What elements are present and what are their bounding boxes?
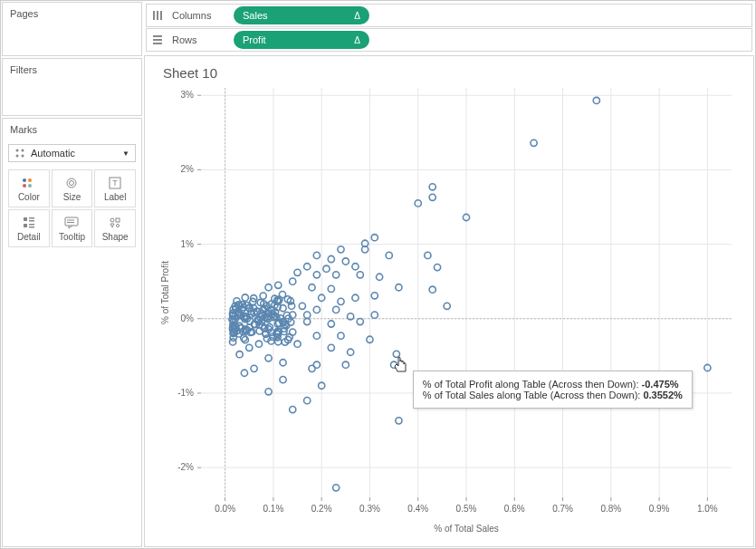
delta-icon: Δ xyxy=(354,11,360,21)
data-point[interactable] xyxy=(348,349,354,355)
data-point[interactable] xyxy=(333,306,340,313)
data-point[interactable] xyxy=(434,264,440,270)
data-point[interactable] xyxy=(280,360,286,366)
scatter-chart[interactable]: 0.0%0.1%0.2%0.3%0.4%0.5%0.6%0.7%0.8%0.9%… xyxy=(156,84,742,543)
data-point[interactable] xyxy=(313,272,320,278)
data-point[interactable] xyxy=(338,246,344,253)
data-point[interactable] xyxy=(333,485,340,491)
data-point[interactable] xyxy=(290,278,296,284)
data-point[interactable] xyxy=(290,329,296,335)
svg-point-0 xyxy=(16,149,19,152)
data-point[interactable] xyxy=(304,318,311,324)
data-point[interactable] xyxy=(371,235,378,241)
data-point[interactable] xyxy=(313,306,320,313)
svg-text:0.5%: 0.5% xyxy=(456,504,477,514)
data-point[interactable] xyxy=(280,377,286,383)
svg-rect-20 xyxy=(157,11,158,20)
marks-color-button[interactable]: Color xyxy=(8,169,50,207)
data-point[interactable] xyxy=(265,389,272,395)
data-point[interactable] xyxy=(444,303,450,309)
data-point[interactable] xyxy=(396,418,402,424)
detail-icon xyxy=(23,216,35,230)
data-point[interactable] xyxy=(357,318,363,324)
data-point[interactable] xyxy=(371,312,378,318)
columns-pill-sales[interactable]: Sales Δ xyxy=(234,6,369,24)
rows-label: Rows xyxy=(172,34,226,45)
data-point[interactable] xyxy=(255,341,262,347)
data-point[interactable] xyxy=(294,269,301,275)
data-point[interactable] xyxy=(357,272,363,278)
data-point[interactable] xyxy=(313,332,320,339)
data-point[interactable] xyxy=(429,184,435,190)
data-point[interactable] xyxy=(290,406,296,412)
data-point[interactable] xyxy=(429,194,435,200)
data-point[interactable] xyxy=(242,294,248,301)
svg-rect-18 xyxy=(116,218,120,222)
data-point[interactable] xyxy=(342,361,349,368)
data-point[interactable] xyxy=(531,140,537,146)
data-point[interactable] xyxy=(265,284,272,291)
data-point[interactable] xyxy=(328,255,334,262)
data-point[interactable] xyxy=(328,285,334,292)
data-point-hover[interactable] xyxy=(393,351,399,357)
filters-shelf[interactable]: Filters xyxy=(2,58,142,116)
data-point[interactable] xyxy=(304,264,311,270)
data-point[interactable] xyxy=(309,284,315,291)
data-point[interactable] xyxy=(304,312,311,318)
marks-detail-button[interactable]: Detail xyxy=(8,209,50,247)
svg-rect-14 xyxy=(65,217,78,226)
mark-type-dropdown[interactable]: Automatic ▼ xyxy=(8,144,136,162)
data-point[interactable] xyxy=(260,293,266,299)
data-point[interactable] xyxy=(429,286,435,293)
rows-icon xyxy=(152,34,165,45)
data-point[interactable] xyxy=(251,365,257,371)
data-point[interactable] xyxy=(396,284,402,291)
svg-text:T: T xyxy=(112,178,118,188)
data-point[interactable] xyxy=(230,339,236,345)
data-point[interactable] xyxy=(352,264,359,270)
tooltip-icon xyxy=(64,216,79,230)
filters-label: Filters xyxy=(3,59,141,81)
data-point[interactable] xyxy=(265,355,272,361)
data-point[interactable] xyxy=(386,252,392,258)
marks-label-button[interactable]: TLabel xyxy=(94,169,136,207)
data-point[interactable] xyxy=(338,332,344,339)
data-point[interactable] xyxy=(328,344,334,351)
sheet-title[interactable]: Sheet 10 xyxy=(163,65,742,81)
marks-cell-label: Size xyxy=(63,192,81,202)
data-point[interactable] xyxy=(304,398,311,404)
data-point[interactable] xyxy=(313,252,320,258)
data-point[interactable] xyxy=(275,282,282,288)
rows-shelf[interactable]: Rows Profit Δ xyxy=(146,28,752,52)
rows-pill-profit[interactable]: Profit Δ xyxy=(234,31,369,49)
data-point[interactable] xyxy=(338,298,344,304)
data-point[interactable] xyxy=(242,337,248,343)
marks-cell-label: Color xyxy=(18,192,40,202)
data-point[interactable] xyxy=(352,294,359,301)
data-point[interactable] xyxy=(328,321,334,327)
columns-shelf[interactable]: Columns Sales Δ xyxy=(146,4,752,27)
marks-size-button[interactable]: Size xyxy=(52,169,93,207)
pages-shelf[interactable]: Pages xyxy=(2,2,142,56)
data-point[interactable] xyxy=(241,370,247,376)
data-point[interactable] xyxy=(275,339,282,345)
data-point[interactable] xyxy=(425,252,431,258)
data-point[interactable] xyxy=(309,365,315,371)
data-point[interactable] xyxy=(323,265,330,272)
data-point[interactable] xyxy=(246,344,253,351)
data-point[interactable] xyxy=(236,352,243,358)
data-point[interactable] xyxy=(593,97,599,103)
svg-rect-21 xyxy=(160,11,162,20)
data-point[interactable] xyxy=(371,293,378,299)
svg-point-4 xyxy=(67,178,76,188)
data-point[interactable] xyxy=(390,361,397,368)
svg-point-3 xyxy=(22,155,24,158)
data-point[interactable] xyxy=(294,341,301,347)
size-icon xyxy=(64,176,79,190)
marks-tooltip-button[interactable]: Tooltip xyxy=(52,209,93,247)
marks-shape-button[interactable]: Shape xyxy=(94,209,136,247)
data-point[interactable] xyxy=(299,303,305,309)
data-point[interactable] xyxy=(333,272,340,278)
data-point[interactable] xyxy=(342,258,349,265)
data-point[interactable] xyxy=(377,274,383,280)
